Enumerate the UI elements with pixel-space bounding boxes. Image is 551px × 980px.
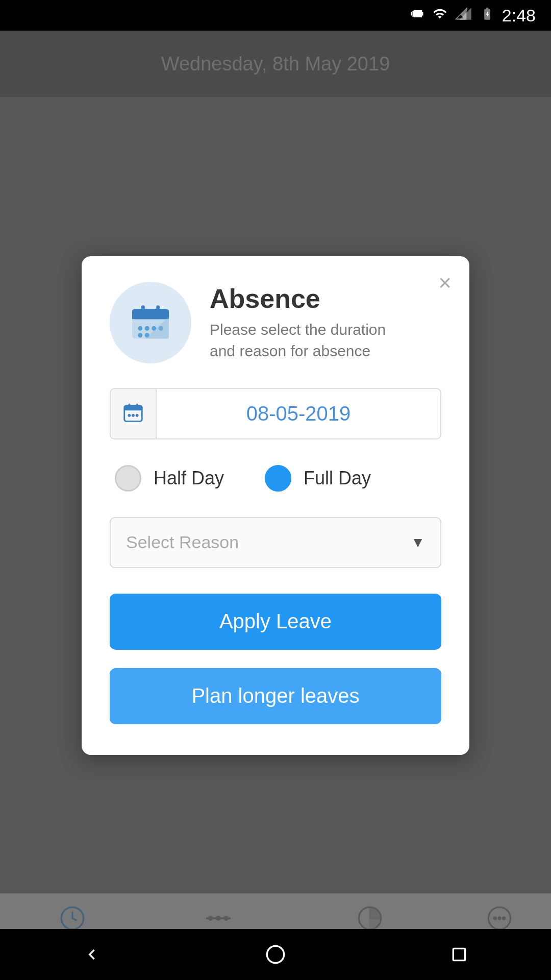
svg-point-20 <box>145 326 149 330</box>
apply-leave-button[interactable]: Apply Leave <box>110 594 441 650</box>
select-reason-dropdown[interactable]: Select Reason ▼ <box>110 517 441 568</box>
plan-longer-leaves-button[interactable]: Plan longer leaves <box>110 668 441 724</box>
android-nav-bar <box>0 929 551 980</box>
svg-point-30 <box>136 414 139 417</box>
modal-header: Absence Please select the durationand re… <box>110 282 441 363</box>
status-time: 2:48 <box>502 6 536 26</box>
status-bar: 2:48 <box>0 0 551 31</box>
svg-rect-17 <box>141 305 145 313</box>
date-row[interactable]: 08-05-2019 <box>110 388 441 439</box>
svg-rect-16 <box>132 314 169 319</box>
modal-title: Absence <box>210 283 386 314</box>
calendar-icon <box>128 300 173 346</box>
svg-point-28 <box>128 414 131 417</box>
battery-icon <box>480 7 495 24</box>
svg-point-23 <box>138 333 142 337</box>
svg-rect-32 <box>136 404 138 408</box>
home-button[interactable] <box>265 944 286 965</box>
modal-overlay: × <box>0 31 551 980</box>
vibrate-icon <box>411 7 425 24</box>
svg-rect-18 <box>156 305 160 313</box>
full-day-radio[interactable] <box>265 465 291 492</box>
status-icons: 2:48 <box>411 6 536 26</box>
modal-title-block: Absence Please select the durationand re… <box>210 283 386 362</box>
half-day-radio[interactable] <box>115 465 141 492</box>
radio-row: Half Day Full Day <box>110 465 441 492</box>
recents-button[interactable] <box>449 944 469 965</box>
modal-icon-circle <box>110 282 191 363</box>
date-icon-box <box>111 389 157 438</box>
half-day-label: Half Day <box>154 468 224 489</box>
svg-point-19 <box>138 326 142 330</box>
date-value: 08-05-2019 <box>157 389 440 438</box>
select-placeholder: Select Reason <box>126 532 239 552</box>
wifi-icon <box>432 7 447 24</box>
svg-rect-34 <box>453 948 465 960</box>
svg-point-33 <box>267 946 284 963</box>
back-button[interactable] <box>82 944 102 965</box>
modal-subtitle: Please select the durationand reason for… <box>210 319 386 362</box>
signal-off-icon <box>455 7 472 24</box>
half-day-option[interactable]: Half Day <box>115 465 224 492</box>
close-button[interactable]: × <box>438 272 452 294</box>
full-day-label: Full Day <box>304 468 371 489</box>
svg-rect-27 <box>124 406 142 411</box>
svg-rect-31 <box>128 404 130 408</box>
dropdown-arrow-icon: ▼ <box>411 534 425 551</box>
full-day-option[interactable]: Full Day <box>265 465 371 492</box>
absence-modal: × <box>82 256 469 755</box>
date-calendar-icon <box>121 402 145 425</box>
svg-point-29 <box>132 414 135 417</box>
